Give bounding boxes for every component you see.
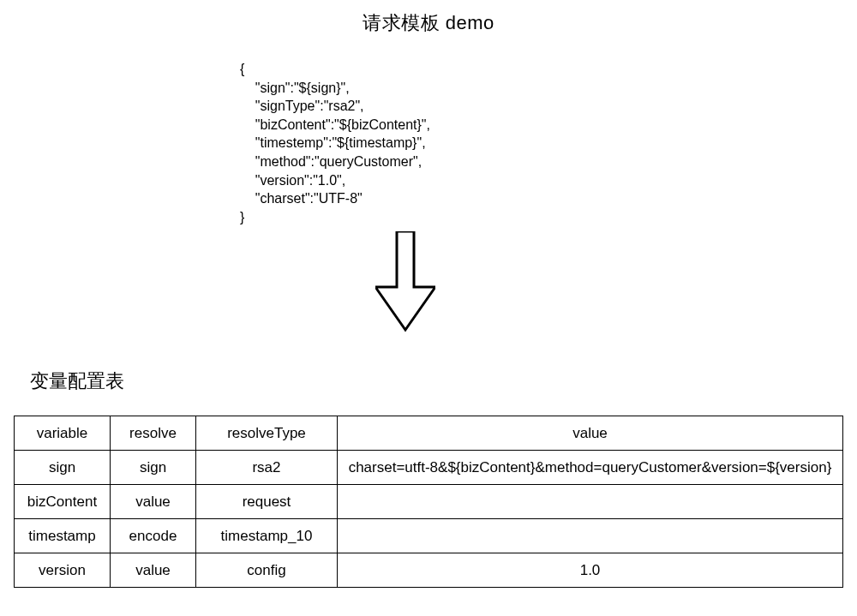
cell-resolve: sign (111, 451, 196, 485)
table-row: timestamp encode timestamp_10 (15, 519, 843, 553)
page-title: 请求模板 demo (0, 10, 857, 36)
cell-variable: sign (15, 451, 111, 485)
cell-resolvetype: timestamp_10 (196, 519, 338, 553)
cell-resolve: value (111, 485, 196, 519)
col-header-resolvetype: resolveType (196, 416, 338, 451)
cell-variable: version (15, 553, 111, 588)
cell-resolve: encode (111, 519, 196, 553)
cell-value (338, 519, 843, 553)
variable-config-table: variable resolve resolveType value sign … (14, 416, 843, 588)
table-row: sign sign rsa2 charset=utft-8&${bizConte… (15, 451, 843, 485)
table-row: bizContent value request (15, 485, 843, 519)
cell-value: charset=utft-8&${bizContent}&method=quer… (338, 451, 843, 485)
col-header-resolve: resolve (111, 416, 196, 451)
cell-variable: timestamp (15, 519, 111, 553)
request-template-code: { "sign":"${sign}", "signType":"rsa2", "… (240, 60, 430, 226)
down-arrow-icon (375, 231, 435, 334)
col-header-variable: variable (15, 416, 111, 451)
col-header-value: value (338, 416, 843, 451)
table-header-row: variable resolve resolveType value (15, 416, 843, 451)
cell-resolvetype: config (196, 553, 338, 588)
cell-variable: bizContent (15, 485, 111, 519)
cell-resolvetype: rsa2 (196, 451, 338, 485)
cell-resolve: value (111, 553, 196, 588)
cell-resolvetype: request (196, 485, 338, 519)
cell-value (338, 485, 843, 519)
table-row: version value config 1.0 (15, 553, 843, 588)
variable-config-label: 变量配置表 (30, 368, 124, 394)
cell-value: 1.0 (338, 553, 843, 588)
